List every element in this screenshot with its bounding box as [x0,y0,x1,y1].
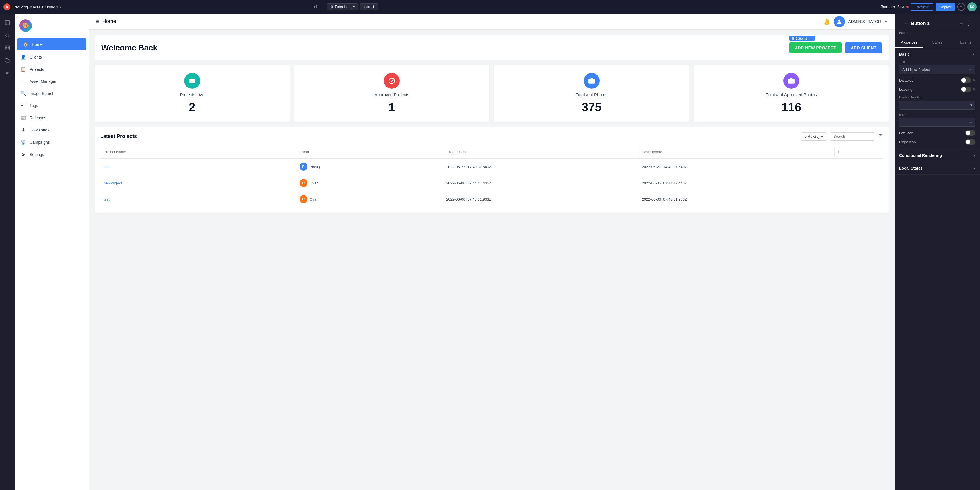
last-update-cell-1: 2022-06-27T14:49:37.640Z [639,162,835,172]
preview-button[interactable]: Preview [911,3,933,11]
extra-cell-1 [834,164,883,170]
sidebar-function-icon[interactable]: fx [2,67,13,79]
backup-chevron-icon: ▾ [893,5,895,9]
left-icon-toggle[interactable] [965,130,975,136]
disabled-fx-label[interactable]: fx [973,79,975,82]
stat-value-approved-projects: 1 [389,100,395,114]
add-client-button[interactable]: ADD CLIENT [845,42,882,54]
topbar-breadcrumb: / [60,5,61,9]
nav-item-settings[interactable]: ⚙ Settings [15,148,89,160]
nav-item-clients[interactable]: 👤 Clients [15,51,89,63]
stat-label-approved-photos: Total # of Approved Photos [766,92,817,97]
svg-rect-0 [5,21,10,25]
local-states-section[interactable]: Local States ▾ [894,162,980,175]
save-button[interactable]: Save [897,5,908,9]
loading-position-dropdown[interactable]: ▾ [899,101,975,109]
project-name-cell-3[interactable]: test [100,194,296,204]
help-button[interactable]: ? [957,3,965,11]
disabled-label: Disabled [899,78,914,82]
button-tag-more-icon[interactable]: ⋮ [810,36,813,40]
text-field-edit-icon[interactable]: ✏ [969,68,972,72]
hamburger-menu-icon[interactable]: ≡ [95,18,99,25]
topbar-title-chevron[interactable]: ▾ [56,5,58,9]
nav-item-campaigns-label: Campaigns [30,140,50,144]
nav-item-projects[interactable]: 📋 Projects [15,63,89,75]
project-name-cell-1[interactable]: test [100,162,296,172]
panel-subtitle: Button [894,31,980,37]
conditional-rendering-section[interactable]: Conditional Rendering ▾ [894,149,980,162]
stats-grid: Projects Live 2 Approved Projects 1 Tota… [94,65,889,122]
table-row: test O Ovan 2022-06-06T07:43:31.963Z 202… [100,191,883,208]
user-avatar-big [834,16,845,27]
disabled-toggle[interactable] [961,78,971,83]
created-on-cell-2: 2022-06-06T07:44:47.445Z [443,178,639,188]
svg-rect-2 [8,46,10,48]
basic-section-header[interactable]: Basic ▲ [899,52,975,57]
device-selector[interactable]: 🖥 Extra large ▾ [326,3,358,10]
topbar: 8 [ProServ] Jebel-FT: Home ▾ / ↺ → 🖥 Ext… [0,0,980,14]
panel-tabs: Properties Styles Events [894,37,980,48]
sidebar-page-icon[interactable] [2,17,13,29]
sidebar-cloud-icon[interactable] [2,55,13,66]
admin-label: ADMINISTRATOR [848,19,881,24]
nav-item-campaigns[interactable]: 📡 Campaigns [15,136,89,148]
right-panel-back-row: ← Button 1 ✏ ⋮ [894,14,980,31]
admin-chevron-icon[interactable]: ▼ [885,20,888,24]
stat-value-total-photos: 375 [582,100,601,114]
client-avatar-1: P [299,163,307,171]
add-new-project-button[interactable]: ADD NEW PROJECT [789,42,842,54]
filter-icon[interactable] [878,133,883,140]
href-label: href [899,113,975,116]
redo-button[interactable]: → [320,4,324,10]
backup-button[interactable]: Backup ▾ [881,5,895,9]
auto-chevron-icon: ⬍ [372,5,375,9]
nav-item-image-search[interactable]: 🔍 Image Search [15,87,89,100]
project-name-cell-2[interactable]: newProject [100,178,296,188]
svg-rect-1 [5,46,7,48]
stat-label-total-photos: Total # of Photos [576,92,608,97]
table-title: Latest Projects [100,133,137,140]
save-label: Save [897,5,905,9]
sidebar-components-icon[interactable] [2,42,13,54]
sidebar-code-icon[interactable]: {} [2,30,13,41]
nav-item-downloads-label: Downloads [30,128,49,132]
total-photos-icon [584,73,600,89]
loading-toggle-right: fx [961,87,975,92]
right-panel-header: ← Button 1 ✏ ⋮ [899,16,975,31]
tab-events[interactable]: Events [951,37,980,48]
auto-selector[interactable]: auto ⬍ [360,3,377,10]
right-icon-toggle[interactable] [965,139,975,145]
search-input[interactable] [830,132,875,141]
tab-properties[interactable]: Properties [894,37,923,48]
href-input[interactable]: ✏ [899,118,975,127]
panel-more-button[interactable]: ⋮ [966,21,971,27]
user-avatar[interactable]: SS [967,2,977,11]
local-states-title: Local States [899,166,923,170]
text-field-value: Add New Project [902,67,930,72]
back-button[interactable]: ← [904,21,909,27]
notification-bell-icon[interactable]: 🔔 [823,18,830,25]
nav-item-tags[interactable]: 🏷 Tags [15,100,89,111]
loading-toggle[interactable] [961,87,971,92]
nav-item-releases[interactable]: 📰 Releases [15,111,89,124]
edit-title-button[interactable]: ✏ [960,21,964,26]
table-header: Latest Projects 5 Row(s) ▾ [100,132,883,141]
tab-styles[interactable]: Styles [923,37,951,48]
panel-title: Button 1 [911,21,958,26]
svg-rect-7 [792,38,794,39]
nav-item-downloads[interactable]: ⬇ Downloads [15,124,89,136]
extra-cell-2 [834,180,883,186]
deploy-button[interactable]: Deploy [935,3,955,11]
loading-fx-label[interactable]: fx [973,88,975,91]
device-label: Extra large [335,5,352,9]
text-field-label: Text [899,60,975,63]
nav-item-asset-manager[interactable]: 🗂 Asset Manager [15,75,89,87]
undo-button[interactable]: ↺ [314,4,317,10]
client-avatar-2: O [299,179,307,187]
href-edit-icon[interactable]: ✏ [969,121,972,124]
nav-item-home[interactable]: 🏠 Home [17,38,86,50]
rows-selector[interactable]: 5 Row(s) ▾ [801,132,827,141]
extra-cell-3 [834,196,883,202]
svg-rect-8 [792,39,794,40]
text-field-input[interactable]: Add New Project ✏ [899,65,975,74]
